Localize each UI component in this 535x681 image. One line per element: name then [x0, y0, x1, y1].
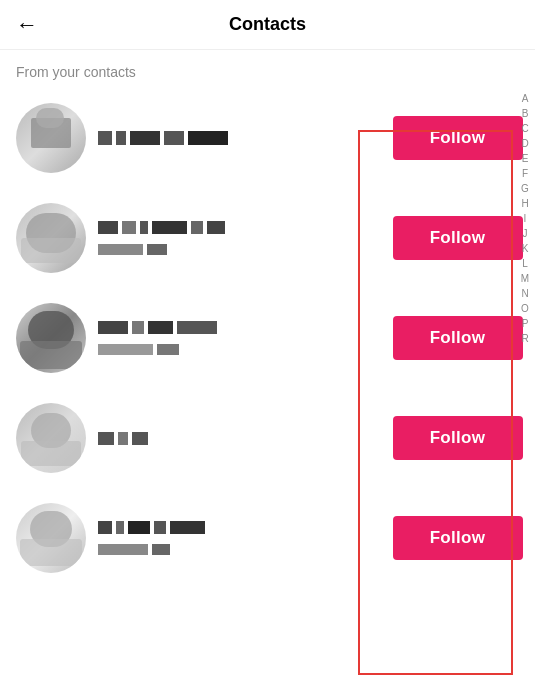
alpha-d[interactable]: D [521, 137, 528, 151]
name-area [98, 321, 390, 355]
header: ← Contacts [0, 0, 535, 50]
follow-button[interactable]: Follow [393, 316, 523, 360]
avatar [16, 103, 86, 173]
alpha-k[interactable]: K [522, 242, 529, 256]
follow-area: Follow [390, 216, 535, 260]
alpha-j[interactable]: J [523, 227, 528, 241]
name-area [98, 221, 390, 255]
follow-area: Follow [390, 116, 535, 160]
list-item: Follow [16, 388, 535, 488]
contact-list: Follow [0, 88, 535, 588]
alpha-g[interactable]: G [521, 182, 529, 196]
section-label: From your contacts [0, 50, 535, 88]
list-item: Follow [16, 188, 535, 288]
avatar [16, 403, 86, 473]
alpha-f[interactable]: F [522, 167, 528, 181]
alpha-l[interactable]: L [522, 257, 528, 271]
name-area [98, 432, 390, 445]
avatar [16, 503, 86, 573]
list-item: Follow [16, 488, 535, 588]
alpha-n[interactable]: N [521, 287, 528, 301]
follow-button[interactable]: Follow [393, 116, 523, 160]
alpha-e[interactable]: E [522, 152, 529, 166]
alpha-p[interactable]: P [522, 317, 529, 331]
name-area [98, 131, 390, 145]
follow-button[interactable]: Follow [393, 216, 523, 260]
alpha-a[interactable]: A [522, 92, 529, 106]
alpha-h[interactable]: H [521, 197, 528, 211]
follow-area: Follow [390, 416, 535, 460]
alpha-o[interactable]: O [521, 302, 529, 316]
follow-area: Follow [390, 316, 535, 360]
content-area: Follow [0, 88, 535, 588]
alpha-c[interactable]: C [521, 122, 528, 136]
alpha-b[interactable]: B [522, 107, 529, 121]
alphabet-index: A B C D E F G H I J K L M N O P R [515, 88, 535, 346]
name-area [98, 521, 390, 555]
avatar [16, 203, 86, 273]
alpha-m[interactable]: M [521, 272, 529, 286]
page-title: Contacts [229, 14, 306, 35]
avatar [16, 303, 86, 373]
back-button[interactable]: ← [16, 12, 38, 38]
list-item: Follow [16, 288, 535, 388]
alpha-i[interactable]: I [524, 212, 527, 226]
alpha-r[interactable]: R [521, 332, 528, 346]
follow-button[interactable]: Follow [393, 416, 523, 460]
list-item: Follow [16, 88, 535, 188]
follow-area: Follow [390, 516, 535, 560]
follow-button[interactable]: Follow [393, 516, 523, 560]
